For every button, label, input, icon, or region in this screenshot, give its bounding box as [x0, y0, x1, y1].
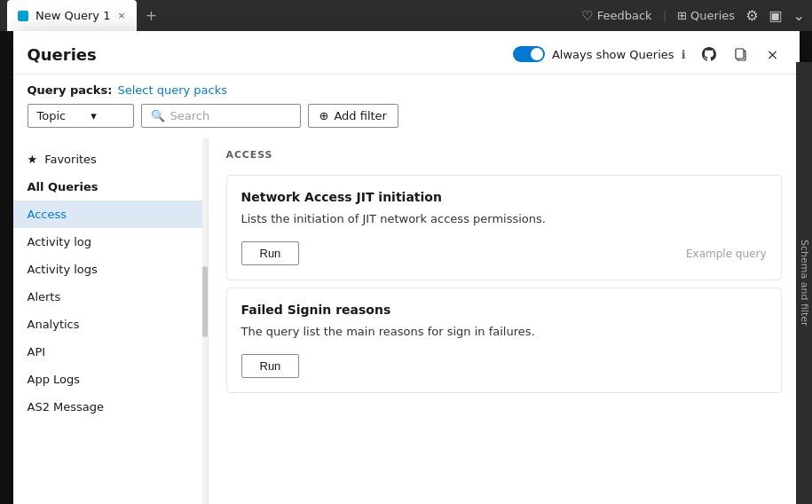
sidebar-item-as2-message[interactable]: AS2 Message: [13, 393, 208, 421]
section-header-access: ACCESS: [209, 138, 800, 168]
panel-header: Queries Always show Queries ℹ ×: [13, 31, 800, 75]
filter-row: Topic ▾ 🔍 Search ⊕ Add filter: [13, 104, 800, 138]
all-queries-heading: All Queries: [13, 173, 208, 201]
star-icon: ★: [28, 153, 38, 166]
activity-log-label: Activity log: [28, 235, 92, 248]
activity-logs-label: Activity logs: [28, 263, 98, 276]
add-filter-button[interactable]: ⊕ Add filter: [308, 104, 398, 128]
info-icon[interactable]: ℹ: [682, 48, 686, 61]
add-filter-label: Add filter: [334, 109, 387, 122]
always-show-toggle-area: Always show Queries ℹ: [513, 46, 686, 62]
sidebar-item-activity-logs[interactable]: Activity logs: [13, 256, 208, 283]
topic-chevron-icon: ▾: [91, 109, 97, 122]
favorites-label: Favorites: [44, 153, 97, 166]
topic-dropdown[interactable]: Topic ▾: [28, 104, 134, 128]
search-icon: 🔍: [151, 109, 165, 122]
select-query-packs-link[interactable]: Select query packs: [117, 83, 227, 97]
query-packs-label: Query packs:: [28, 83, 113, 97]
query-packs-row: Query packs: Select query packs: [13, 75, 800, 104]
top-right-toolbar: ♡ Feedback | ⊞ Queries ⚙ ▣ ⌄: [581, 7, 805, 24]
always-show-toggle[interactable]: [513, 46, 545, 62]
panel-header-icons: ×: [697, 42, 785, 67]
sidebar-item-access[interactable]: Access: [13, 201, 208, 228]
sidebar-scrollbar-thumb[interactable]: [202, 266, 208, 337]
query-card-2: Failed Signin reasons The query list the…: [226, 287, 782, 393]
sidebar-scrollbar-track: [202, 138, 208, 504]
always-show-label: Always show Queries: [552, 48, 674, 61]
feedback-button[interactable]: ♡ Feedback: [581, 8, 651, 24]
content-area: ★ Favorites All Queries Access Activity …: [13, 138, 800, 504]
as2-message-label: AS2 Message: [28, 400, 105, 413]
alerts-label: Alerts: [28, 290, 61, 303]
svg-rect-1: [736, 49, 744, 59]
app-logs-label: App Logs: [28, 373, 81, 386]
sidebar: ★ Favorites All Queries Access Activity …: [13, 138, 209, 504]
card-1-footer: Run Example query: [241, 241, 767, 265]
schema-filter-sidebar[interactable]: Schema and filter: [796, 62, 812, 504]
chevron-down-icon[interactable]: ⌄: [793, 7, 805, 24]
tab-bar: New Query 1 × + ♡ Feedback | ⊞ Queries ⚙…: [0, 0, 812, 31]
card-2-footer: Run: [241, 354, 767, 378]
sidebar-item-activity-log[interactable]: Activity log: [13, 228, 208, 256]
feedback-heart-icon: ♡: [581, 8, 593, 24]
github-icon[interactable]: [697, 42, 721, 67]
queries-label: Queries: [690, 9, 735, 22]
panel-title: Queries: [28, 45, 513, 64]
sidebar-item-app-logs[interactable]: App Logs: [13, 366, 208, 393]
card-2-title: Failed Signin reasons: [241, 303, 767, 317]
access-label: Access: [28, 208, 67, 221]
card-2-description: The query list the main reasons for sign…: [241, 324, 767, 340]
overlay: Queries Always show Queries ℹ × Query pa…: [0, 31, 812, 504]
card-1-example-label: Example query: [686, 248, 767, 260]
queries-panel: Queries Always show Queries ℹ × Query pa…: [13, 31, 800, 504]
panels-icon[interactable]: ▣: [769, 7, 782, 24]
topic-label: Topic: [37, 109, 67, 122]
close-button[interactable]: ×: [761, 42, 785, 67]
sidebar-item-favorites[interactable]: ★ Favorites: [13, 146, 208, 173]
sidebar-item-api[interactable]: API: [13, 338, 208, 366]
schema-filter-label: Schema and filter: [799, 240, 810, 327]
filter-icon: ⊕: [319, 109, 329, 122]
card-2-run-button[interactable]: Run: [241, 354, 300, 378]
query-card-1: Network Access JIT initiation Lists the …: [226, 175, 782, 280]
feedback-label: Feedback: [597, 9, 652, 22]
sidebar-item-analytics[interactable]: Analytics: [13, 311, 208, 338]
queries-grid-icon: ⊞: [677, 9, 687, 22]
tab-dot: [18, 11, 28, 21]
copy-icon[interactable]: [729, 42, 753, 67]
card-1-run-button[interactable]: Run: [241, 241, 300, 265]
tab-title: New Query 1: [35, 9, 110, 22]
search-placeholder: Search: [170, 109, 210, 122]
card-1-title: Network Access JIT initiation: [241, 190, 767, 204]
search-box[interactable]: 🔍 Search: [141, 104, 301, 128]
active-tab[interactable]: New Query 1 ×: [7, 0, 137, 31]
analytics-label: Analytics: [28, 318, 80, 331]
sidebar-item-alerts[interactable]: Alerts: [13, 283, 208, 311]
api-label: API: [28, 345, 46, 358]
queries-button[interactable]: ⊞ Queries: [677, 9, 735, 22]
tab-close-icon[interactable]: ×: [117, 10, 125, 21]
settings-icon[interactable]: ⚙: [745, 7, 758, 24]
add-tab-button[interactable]: +: [140, 7, 162, 24]
card-1-description: Lists the initiation of JIT network acce…: [241, 211, 767, 227]
main-content: ACCESS Network Access JIT initiation Lis…: [209, 138, 800, 504]
